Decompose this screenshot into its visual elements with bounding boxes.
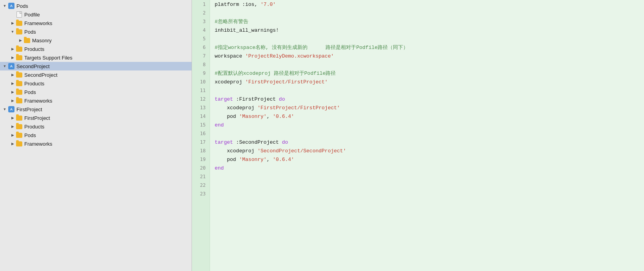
disclosure-pods-root[interactable] bbox=[2, 3, 8, 9]
line-number: 13 bbox=[192, 103, 210, 112]
code-editor: 1234567891011121314151617181920212223 pl… bbox=[192, 0, 644, 271]
token-default: pod bbox=[215, 114, 239, 119]
tree-item-first-project[interactable]: AFirstProject bbox=[0, 105, 192, 114]
tree-item-frameworks-3[interactable]: Frameworks bbox=[0, 139, 192, 148]
tree-item-products-1[interactable]: Products bbox=[0, 45, 192, 53]
code-line: inhibit_all_warnings! bbox=[215, 26, 639, 34]
disclosure-masonry[interactable] bbox=[17, 37, 24, 43]
tree-label-frameworks-1: Frameworks bbox=[24, 20, 52, 26]
disclosure-secondproject-sub[interactable] bbox=[9, 72, 16, 78]
tree-item-pods-sub[interactable]: Pods bbox=[0, 27, 192, 36]
disclosure-products-1[interactable] bbox=[9, 46, 16, 52]
token-default: xcodeproj bbox=[215, 79, 245, 85]
line-number: 1 bbox=[192, 0, 210, 9]
line-number: 14 bbox=[192, 112, 210, 121]
disclosure-frameworks-1[interactable] bbox=[9, 20, 16, 26]
disclosure-second-project[interactable] bbox=[2, 63, 8, 69]
disclosure-frameworks-2[interactable] bbox=[9, 98, 16, 104]
line-number: 17 bbox=[192, 138, 210, 146]
token-default: :SecondProject bbox=[233, 139, 282, 145]
tree-item-podfile[interactable]: Podfile bbox=[0, 10, 192, 19]
code-line bbox=[215, 190, 639, 198]
code-line bbox=[215, 60, 639, 69]
line-number: 4 bbox=[192, 26, 210, 34]
token-default: workspace bbox=[215, 53, 245, 59]
line-number: 2 bbox=[192, 9, 210, 17]
line-number: 23 bbox=[192, 190, 210, 198]
token-default: pod bbox=[215, 157, 239, 163]
disclosure-targets-support[interactable] bbox=[9, 54, 16, 61]
tree-label-frameworks-2: Frameworks bbox=[24, 98, 52, 104]
tree-label-masonry: Masonry bbox=[32, 38, 52, 43]
code-line: pod 'Masonry', '0.6.4' bbox=[215, 112, 639, 121]
code-line: platform :ios, '7.0' bbox=[215, 0, 639, 9]
disclosure-pods-3[interactable] bbox=[9, 132, 16, 138]
line-number: 18 bbox=[192, 146, 210, 155]
disclosure-pods-2[interactable] bbox=[9, 89, 16, 95]
code-line: end bbox=[215, 164, 639, 172]
token-default: xcodeproj bbox=[215, 148, 257, 154]
tree-label-products-1: Products bbox=[24, 46, 44, 52]
tree-item-products-2[interactable]: Products bbox=[0, 79, 192, 88]
token-string: 'FirstProject/FirstProject' bbox=[245, 79, 328, 85]
token-string: 'SecondProject/SecondProject' bbox=[257, 148, 346, 154]
code-line: xcodeproj 'FirstProject/FirstProject' bbox=[215, 78, 639, 86]
line-number: 10 bbox=[192, 78, 210, 86]
icon-folder bbox=[24, 37, 31, 44]
line-number: 15 bbox=[192, 121, 210, 129]
line-number: 22 bbox=[192, 181, 210, 190]
icon-folder bbox=[16, 80, 23, 87]
disclosure-frameworks-3[interactable] bbox=[9, 141, 16, 147]
tree-label-pods-3: Pods bbox=[24, 132, 36, 138]
line-number: 12 bbox=[192, 95, 210, 103]
line-number: 21 bbox=[192, 172, 210, 181]
line-number: 7 bbox=[192, 52, 210, 60]
tree-item-frameworks-2[interactable]: Frameworks bbox=[0, 96, 192, 105]
tree-item-second-project[interactable]: ASecondProject bbox=[0, 62, 192, 70]
disclosure-firstproject-sub[interactable] bbox=[9, 115, 16, 121]
disclosure-products-3[interactable] bbox=[9, 123, 16, 130]
code-line: target :FirstProject do bbox=[215, 95, 639, 103]
code-line: #指定workspace名称, 没有则生成新的 路径是相对于Podfile路径（… bbox=[215, 43, 639, 52]
tree-item-targets-support[interactable]: Targets Support Files bbox=[0, 53, 192, 62]
token-default: , bbox=[267, 157, 273, 163]
tree-item-pods-root[interactable]: APods bbox=[0, 2, 192, 10]
token-string: '7.0' bbox=[260, 2, 276, 7]
line-number: 16 bbox=[192, 129, 210, 138]
tree-item-secondproject-sub[interactable]: SecondProject bbox=[0, 70, 192, 79]
tree-item-pods-2[interactable]: Pods bbox=[0, 88, 192, 96]
disclosure-pods-sub[interactable] bbox=[9, 29, 16, 35]
token-purple: do bbox=[279, 96, 285, 102]
line-number: 9 bbox=[192, 69, 210, 78]
line-numbers: 1234567891011121314151617181920212223 bbox=[192, 0, 210, 271]
tree-item-masonry[interactable]: Masonry bbox=[0, 36, 192, 45]
disclosure-first-project[interactable] bbox=[2, 106, 8, 112]
token-comment: #配置默认的xcodeproj 路径是相对于Podfile路径 bbox=[215, 70, 336, 77]
tree-item-firstproject-sub[interactable]: FirstProject bbox=[0, 114, 192, 122]
code-line: xcodeproj 'SecondProject/SecondProject' bbox=[215, 146, 639, 155]
tree-item-pods-3[interactable]: Pods bbox=[0, 131, 192, 139]
tree-label-podfile: Podfile bbox=[24, 12, 40, 18]
code-line: xcodeproj 'FirstProject/FirstProject' bbox=[215, 103, 639, 112]
code-line bbox=[215, 34, 639, 43]
token-string: 'Masonry' bbox=[239, 157, 266, 163]
code-line bbox=[215, 86, 639, 95]
code-line: target :SecondProject do bbox=[215, 138, 639, 146]
line-number: 8 bbox=[192, 60, 210, 69]
tree-label-frameworks-3: Frameworks bbox=[24, 141, 52, 147]
token-purple: target bbox=[215, 96, 233, 102]
code-line bbox=[215, 172, 639, 181]
icon-project: A bbox=[8, 2, 15, 9]
line-number: 5 bbox=[192, 34, 210, 43]
file-tree[interactable]: APodsPodfileFrameworksPodsMasonryProduct… bbox=[0, 0, 192, 271]
tree-item-products-3[interactable]: Products bbox=[0, 122, 192, 131]
token-comment: #指定workspace名称, 没有则生成新的 路径是相对于Podfile路径（… bbox=[215, 44, 408, 51]
icon-folder bbox=[16, 71, 23, 78]
icon-folder bbox=[16, 140, 23, 147]
token-default: platform :ios, bbox=[215, 2, 260, 7]
disclosure-products-2[interactable] bbox=[9, 80, 16, 87]
tree-label-firstproject-sub: FirstProject bbox=[24, 115, 50, 121]
line-number: 19 bbox=[192, 155, 210, 164]
tree-item-frameworks-1[interactable]: Frameworks bbox=[0, 19, 192, 27]
token-purple: end bbox=[215, 165, 224, 171]
